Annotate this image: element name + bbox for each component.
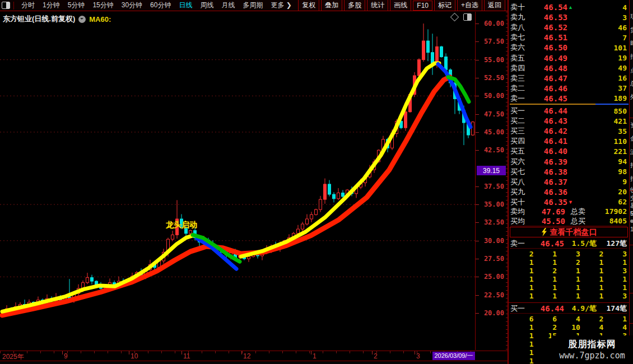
- price-tick-label: 30.00: [484, 237, 504, 245]
- bid-volume: 98: [574, 167, 627, 176]
- bid-price: 46.39: [530, 157, 567, 166]
- toolbar-button-5[interactable]: F10: [413, 1, 432, 11]
- ask-row-4[interactable]: 卖七46.517: [510, 32, 627, 43]
- toolbar-button-3[interactable]: 统计: [367, 0, 388, 11]
- sell-queue-cell: 1: [510, 283, 534, 292]
- candle-body: [315, 209, 318, 214]
- side-strip-number: 1: [630, 226, 633, 232]
- price-tick-dash: [476, 313, 479, 314]
- price-tick-label: 22.50: [484, 291, 504, 299]
- side-tab-char: 时: [630, 40, 633, 46]
- bid-row-10[interactable]: 买十46.35▼62: [510, 197, 627, 207]
- price-tick-dash: [476, 295, 479, 296]
- toolbar-button-2[interactable]: 多股: [344, 0, 365, 11]
- bid-row-3[interactable]: 买三46.4235: [510, 126, 627, 136]
- ask-row-8[interactable]: 卖三46.4716: [510, 73, 627, 83]
- sell-queue-cell: 1: [580, 292, 604, 300]
- bid-volume: 9: [574, 178, 627, 186]
- price-tick-label: 57.50: [484, 38, 504, 45]
- toolbar-button-0[interactable]: 复权: [298, 0, 319, 11]
- buy-avg-value: 45.50: [529, 217, 565, 226]
- ask-level-label: 卖七: [510, 32, 530, 43]
- ask-row-10[interactable]: 卖一46.45189: [510, 94, 627, 104]
- price-tick-dash: [476, 114, 479, 115]
- panel-toggle-icon[interactable]: [463, 13, 472, 21]
- price-tick-label: 25.00: [484, 273, 504, 281]
- price-tick-label: 55.00: [484, 56, 504, 64]
- ask-row-2[interactable]: 卖九46.533: [510, 12, 627, 22]
- buy-avg-label: 买均: [510, 216, 529, 226]
- bid-volume: 221: [574, 147, 627, 156]
- ask-level-label: 卖四: [510, 63, 530, 73]
- bid-row-7[interactable]: 买七46.3898: [510, 167, 627, 177]
- candle-body: [418, 60, 421, 76]
- time-axis-minor-ticks: [0, 351, 475, 353]
- kline-chart[interactable]: [0, 12, 475, 350]
- clipped-side-tab-strip[interactable]: 现货时报点总外资金流持指收交易51: [629, 0, 633, 364]
- ask-volume: 4: [574, 3, 627, 12]
- bid-level-label: 买五: [510, 146, 530, 156]
- toolbar-button-6[interactable]: 标记: [434, 0, 455, 11]
- bid-row-2[interactable]: 买二46.43421: [510, 116, 627, 126]
- toolbar-button-8[interactable]: 返回: [484, 0, 505, 11]
- period-tab-10[interactable]: 更多 ❯: [267, 1, 295, 10]
- kline-chart-panel[interactable]: 东方钽业(日线.前复权) MA60: 龙头启动: [0, 12, 475, 350]
- period-tab-8[interactable]: 月线: [217, 1, 239, 10]
- bid-level-label: 买六: [510, 157, 530, 167]
- bid-row-1[interactable]: 买一46.44850: [510, 106, 627, 116]
- total-buy-value: 8405: [593, 217, 627, 225]
- period-tab-9[interactable]: 多周期: [239, 1, 267, 10]
- month-label: 2: [374, 352, 378, 360]
- period-tab-3[interactable]: 15分钟: [89, 1, 117, 10]
- bid-level-label: 买四: [510, 136, 530, 146]
- ask-level-label: 卖六: [510, 43, 530, 53]
- ask-row-5[interactable]: 卖六46.50101: [510, 43, 627, 53]
- price-marker-badge: 39.15: [477, 166, 506, 175]
- side-strip-divider: [630, 293, 633, 293]
- month-label: 11: [183, 352, 190, 360]
- sell-queue-cell: 1: [510, 275, 534, 283]
- bid-volume: 850: [574, 107, 627, 115]
- candle-body: [91, 278, 94, 281]
- bid-row-4[interactable]: 买四46.41110: [510, 136, 627, 146]
- period-tab-2[interactable]: 5分钟: [64, 1, 89, 10]
- sell-queue-cell: 1: [603, 258, 627, 267]
- bid-row-6[interactable]: 买六46.3994: [510, 157, 627, 167]
- toolbar-button-1[interactable]: 叠加: [321, 0, 342, 11]
- bid-row-5[interactable]: 买五46.40221: [510, 146, 627, 156]
- period-tab-6[interactable]: 日线: [175, 1, 196, 10]
- ask-level-label: 卖八: [510, 22, 530, 32]
- bid-price: 46.44: [530, 106, 567, 115]
- ask-row-7[interactable]: 卖四46.4849: [510, 63, 627, 73]
- period-tab-4[interactable]: 30分钟: [118, 1, 146, 10]
- candle-body: [86, 278, 89, 283]
- period-tab-5[interactable]: 60分钟: [146, 1, 175, 10]
- price-tick-label: 60.00: [484, 20, 504, 27]
- period-tab-7[interactable]: 周线: [196, 1, 217, 10]
- toolbar-button-7[interactable]: +自选: [457, 0, 482, 11]
- bid-price: 46.41: [530, 137, 567, 146]
- toolbar-button-4[interactable]: 画线: [390, 0, 411, 11]
- view-thousand-levels-button[interactable]: 查看千档盘口: [510, 227, 628, 237]
- layout-toggle-icon[interactable]: [2, 2, 10, 9]
- sell-one-count: 127笔: [597, 239, 627, 249]
- side-tab-char: 外: [630, 94, 633, 100]
- chevron-down-icon[interactable]: [78, 16, 86, 23]
- ask-row-6[interactable]: 卖五46.4919: [510, 53, 627, 63]
- candle-body: [310, 214, 313, 219]
- diamond-icon[interactable]: [450, 13, 459, 22]
- buy-queue-cell: 6: [510, 315, 534, 323]
- sell-one-price: 46.45: [530, 239, 564, 248]
- ask-row-1[interactable]: 卖十46.54▲4: [510, 2, 627, 12]
- sell-queue-cell: 1: [580, 283, 604, 292]
- ask-row-9[interactable]: 卖二46.4637: [510, 83, 627, 94]
- bid-row-9[interactable]: 买九46.3620: [510, 187, 627, 197]
- bid-row-8[interactable]: 买八46.379: [510, 177, 627, 187]
- bid-level-label: 买七: [510, 167, 530, 177]
- ask-row-3[interactable]: 卖八46.5246: [510, 22, 627, 32]
- period-tab-1[interactable]: 1分钟: [39, 1, 64, 10]
- sell-avg-label: 卖均: [510, 207, 529, 217]
- price-tick-label: 42.50: [484, 146, 504, 154]
- price-tick-label: 20.00: [484, 309, 504, 317]
- period-tab-0[interactable]: 分时: [17, 1, 39, 10]
